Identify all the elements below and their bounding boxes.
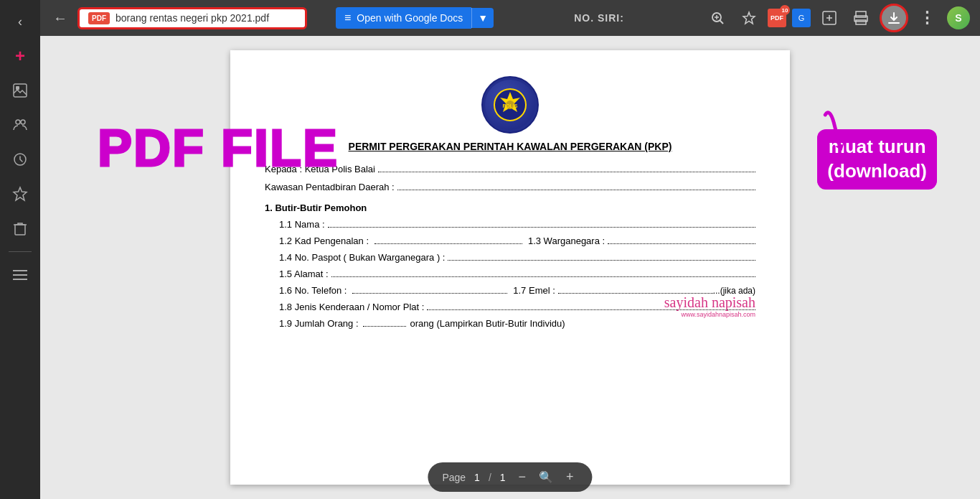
zoom-in-button[interactable]: + <box>562 468 578 486</box>
pdf-field-kawasan: Kawasan Pentadbiran Daerah : <box>265 182 755 192</box>
signature-name: sayidah napisah <box>664 294 755 311</box>
pdf-viewer: POLIS PERMIT PERGERAKAN PERINTAH KAWALAN… <box>40 36 980 499</box>
svg-rect-6 <box>15 225 25 235</box>
zoom-icon: 🔍 <box>539 470 553 484</box>
extension-icon-2[interactable]: G <box>792 9 811 27</box>
profile-avatar[interactable]: S <box>946 5 971 31</box>
chevron-left-icon: ‹ <box>18 14 22 29</box>
sidebar-item-images[interactable] <box>6 76 34 105</box>
zoom-out-button[interactable]: − <box>514 468 531 486</box>
svg-line-11 <box>720 21 724 24</box>
pdf-field-paspot: 1.4 No. Paspot ( Bukan Warganegara ) : <box>279 252 755 263</box>
open-docs-label: Open with Google Docs <box>357 12 463 24</box>
sidebar-item-add[interactable]: + <box>6 42 34 70</box>
pdf-field-nama: 1.1 Nama : <box>279 219 755 230</box>
svg-rect-1 <box>16 86 19 90</box>
download-button[interactable] <box>880 4 908 32</box>
no-siri-label: NO. SIRI: <box>574 12 624 24</box>
svg-rect-0 <box>14 84 27 97</box>
docs-icon: ≡ <box>344 11 351 24</box>
bookmark-button[interactable] <box>736 5 762 31</box>
pdf-field-alamat: 1.5 Alamat : <box>279 269 755 279</box>
sidebar-item-trash[interactable] <box>6 214 34 243</box>
sidebar-item-recent[interactable] <box>6 145 34 174</box>
svg-marker-14 <box>743 12 755 24</box>
svg-point-2 <box>16 120 20 124</box>
sidebar-item-starred[interactable] <box>6 179 34 208</box>
add-button[interactable] <box>816 5 842 31</box>
police-logo: POLIS <box>481 76 539 134</box>
sidebar-back-arrow[interactable]: ‹ <box>6 7 34 36</box>
svg-marker-5 <box>14 187 27 200</box>
pdf-page: POLIS PERMIT PERGERAKAN PERINTAH KAWALAN… <box>230 50 790 485</box>
sidebar-item-people[interactable] <box>6 111 34 139</box>
svg-point-3 <box>21 120 25 124</box>
topbar-actions: PDF 10 G ⋮ S <box>705 4 971 32</box>
extension-badge: 10 <box>780 5 790 15</box>
file-name: borang rentas negeri pkp 2021.pdf <box>116 12 269 24</box>
main-content: POLIS PERMIT PERGERAKAN PERINTAH KAWALAN… <box>40 36 980 499</box>
avatar-image: S <box>947 6 970 29</box>
page-total: 1 <box>500 472 506 483</box>
sidebar: ‹ + <box>0 0 40 499</box>
file-tab[interactable]: PDF borang rentas negeri pkp 2021.pdf <box>77 7 307 29</box>
page-current: 1 <box>474 472 480 483</box>
svg-rect-19 <box>856 20 866 24</box>
open-docs-button[interactable]: ≡ Open with Google Docs <box>336 7 471 29</box>
pdf-field-kad: 1.2 Kad Pengenalan : 1.3 Warganegara : <box>279 235 755 246</box>
print-button[interactable] <box>848 5 874 31</box>
svg-rect-18 <box>856 11 866 17</box>
police-logo-inner: POLIS <box>485 80 535 130</box>
signature-website: www.sayidahnapisah.com <box>664 311 755 318</box>
open-docs-dropdown[interactable]: ▼ <box>471 8 494 28</box>
more-options-button[interactable]: ⋮ <box>914 5 940 31</box>
pdf-extension-icon[interactable]: PDF 10 <box>768 9 786 27</box>
sidebar-item-menu[interactable] <box>6 261 34 289</box>
svg-text:POLIS: POLIS <box>502 103 517 108</box>
pdf-icon: PDF <box>88 12 110 24</box>
signature-area: sayidah napisah www.sayidahnapisah.com <box>664 294 755 318</box>
topbar: ← PDF borang rentas negeri pkp 2021.pdf … <box>40 0 980 36</box>
pdf-section-1: 1. Butir-Butir Pemohon <box>265 202 755 213</box>
back-button[interactable]: ← <box>49 6 72 31</box>
page-label: Page <box>442 472 466 483</box>
zoom-button[interactable] <box>705 5 730 31</box>
pdf-field-jumlah: 1.9 Jumlah Orang : orang (Lampirkan Buti… <box>279 318 755 329</box>
page-controls: Page 1 / 1 − 🔍 + <box>428 462 592 492</box>
page-separator: / <box>489 472 491 483</box>
annotation-pdf-file: PDF FILE <box>98 122 339 174</box>
